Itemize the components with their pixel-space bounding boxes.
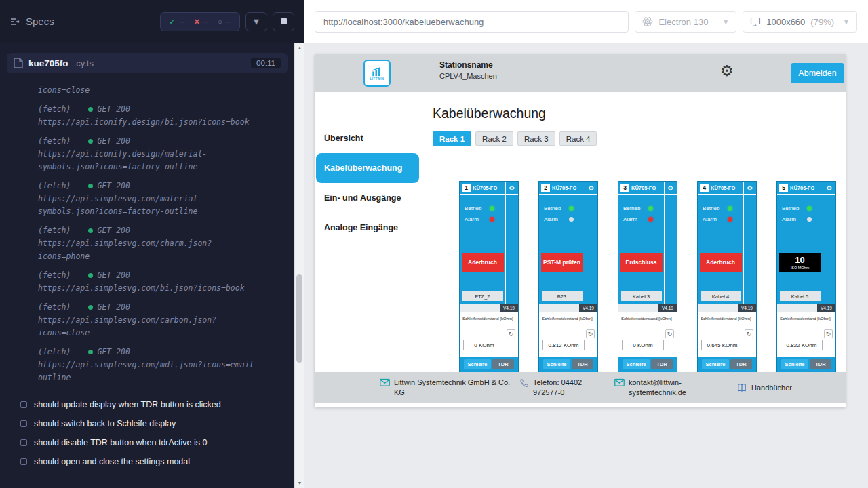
sidebar-item-uebersicht[interactable]: Übersicht xyxy=(315,123,420,153)
footer-company: Littwin Systemtechnik GmbH & Co. KG xyxy=(380,378,512,398)
test-list: should update display when TDR button is… xyxy=(0,395,304,471)
card-model: KÜ705-FO xyxy=(631,185,656,191)
device-card-5: 5KÜ706-FO Betrieb Alarm 10 ISO MOhm Kabe… xyxy=(776,181,836,384)
scrollbar-thumb[interactable] xyxy=(296,274,302,363)
reporter-scrollbar[interactable]: ▲ ▼ xyxy=(294,43,304,488)
tab-rack-4[interactable]: Rack 4 xyxy=(559,131,597,146)
test-row[interactable]: should disable TDR button when tdrActive… xyxy=(0,433,304,452)
betrieb-led xyxy=(648,206,653,211)
scroll-down-icon[interactable]: ▼ xyxy=(295,479,304,488)
viewport-select[interactable]: 1000x660 (79%) ▼ xyxy=(743,11,857,33)
measurement-value: 0 KOhm xyxy=(463,340,505,350)
card-gear-icon[interactable]: ⚙ xyxy=(585,182,597,195)
iso-value: 10 xyxy=(795,256,804,264)
spec-file-icon xyxy=(14,58,23,68)
version-badge: V4.19 xyxy=(579,304,597,312)
collapse-button[interactable]: ▾ xyxy=(245,12,267,31)
version-badge: V4.19 xyxy=(658,304,677,312)
schleife-button[interactable]: Schleife xyxy=(464,359,491,369)
test-row[interactable]: should switch back to Schleife display xyxy=(0,414,304,433)
schleife-button[interactable]: Schleife xyxy=(623,359,650,369)
url-input[interactable] xyxy=(315,11,629,33)
spec-file-row[interactable]: kue705fo .cy.ts 00:11 xyxy=(7,53,288,73)
tdr-button[interactable]: TDR xyxy=(492,359,514,369)
littwin-logo-icon xyxy=(370,66,384,77)
station-info: Stationsname CPLV4_Maschen xyxy=(439,60,497,80)
settings-gear-icon[interactable]: ⚙ xyxy=(720,64,734,79)
app-footer: Littwin Systemtechnik GmbH & Co. KG Tele… xyxy=(315,372,846,403)
card-gear-icon[interactable]: ⚙ xyxy=(665,182,677,195)
schleife-button[interactable]: Schleife xyxy=(702,359,729,369)
card-model: KÜ706-FO xyxy=(790,185,814,191)
specs-button[interactable]: Specs xyxy=(9,16,54,27)
alarm-led xyxy=(807,217,812,222)
card-model: KÜ705-FO xyxy=(473,185,497,191)
version-badge: V4.19 xyxy=(500,304,518,312)
app-viewport: LITTWIN Stationsname CPLV4_Maschen ⚙ Abm… xyxy=(315,54,846,407)
test-stats: ✓-- ×-- ○-- xyxy=(160,12,240,31)
measurement-label: Schleifenwiderstand [kOhm] xyxy=(542,317,595,321)
refresh-icon[interactable]: ↻ xyxy=(665,329,674,338)
browser-name: Electron 130 xyxy=(658,17,708,27)
spec-name: kue705fo xyxy=(28,58,68,68)
device-card-4: 4KÜ705-FO Betrieb Alarm Aderbruch Kabel … xyxy=(697,181,757,384)
card-gear-icon[interactable]: ⚙ xyxy=(506,182,518,195)
phone-icon xyxy=(519,378,529,388)
status-display: Aderbruch xyxy=(462,253,504,272)
sidebar-item-kabelueberwachung[interactable]: Kabelüberwachung xyxy=(316,153,419,183)
cable-name-field[interactable]: B23 xyxy=(542,291,583,301)
card-gear-icon[interactable]: ⚙ xyxy=(744,182,756,195)
test-row[interactable]: should update display when TDR button is… xyxy=(0,395,304,414)
stat-passed: ✓-- xyxy=(169,17,184,26)
card-model: KÜ705-FO xyxy=(552,185,576,191)
app-main: Kabelüberwachung Rack 1 Rack 2 Rack 3 Ra… xyxy=(420,92,846,407)
schleife-button[interactable]: Schleife xyxy=(781,359,808,369)
refresh-icon[interactable]: ↻ xyxy=(586,329,595,338)
station-value: CPLV4_Maschen xyxy=(439,72,497,80)
cable-name-field[interactable]: Kabel 4 xyxy=(701,291,741,301)
stop-icon xyxy=(281,18,287,24)
tdr-button[interactable]: TDR xyxy=(651,359,673,369)
refresh-icon[interactable]: ↻ xyxy=(745,329,753,338)
test-box-icon xyxy=(20,420,27,427)
card-number: 5 xyxy=(779,184,788,192)
book-icon xyxy=(736,384,747,392)
email-icon xyxy=(614,378,625,386)
refresh-icon[interactable]: ↻ xyxy=(507,329,515,338)
alarm-led xyxy=(569,217,574,222)
schleife-button[interactable]: Schleife xyxy=(543,359,570,369)
refresh-icon[interactable]: ↻ xyxy=(824,329,833,338)
log-entry: (fetch)GET 200 https://api.simplesvg.com… xyxy=(38,301,283,340)
tdr-button[interactable]: TDR xyxy=(810,359,831,369)
cable-name-field[interactable]: Kabel 5 xyxy=(780,291,821,301)
test-row[interactable]: should open and close the settings modal xyxy=(0,452,304,471)
scroll-up-icon[interactable]: ▲ xyxy=(295,43,304,53)
cable-name-field[interactable]: FTZ_2 xyxy=(462,291,503,301)
status-dot-icon xyxy=(88,228,93,233)
measurement-value: 0.645 KOhm xyxy=(701,340,743,350)
measurement-label: Schleifenwiderstand [kOhm] xyxy=(701,317,753,321)
tdr-button[interactable]: TDR xyxy=(730,359,752,369)
card-gear-icon[interactable]: ⚙ xyxy=(823,182,835,195)
browser-select[interactable]: Electron 130 ▼ xyxy=(635,11,736,33)
stop-button[interactable] xyxy=(273,12,294,31)
iso-unit: ISO MOhm xyxy=(791,266,810,270)
logout-button[interactable]: Abmelden xyxy=(791,63,844,83)
cable-name-field[interactable]: Kabel 3 xyxy=(621,291,662,301)
footer-phone[interactable]: Telefon: 04402 972577-0 xyxy=(519,378,611,398)
spec-extension: .cy.ts xyxy=(74,58,94,68)
specs-menu-icon xyxy=(9,16,20,27)
rack-tabs: Rack 1 Rack 2 Rack 3 Rack 4 xyxy=(433,131,597,146)
tab-rack-2[interactable]: Rack 2 xyxy=(475,131,513,146)
log-entry: (fetch)GET 200 https://api.simplesvg.com… xyxy=(38,269,283,295)
sidebar-item-ein-und-ausgaenge[interactable]: Ein- und Ausgänge xyxy=(315,183,420,213)
tab-rack-3[interactable]: Rack 3 xyxy=(517,131,555,146)
measurement-value: 0.812 KOhm xyxy=(542,340,585,350)
sidebar-item-analoge-eingaenge[interactable]: Analoge Eingänge xyxy=(315,213,420,243)
status-display: Aderbruch xyxy=(700,253,742,272)
footer-manuals[interactable]: Handbücher xyxy=(736,383,831,393)
footer-email[interactable]: kontakt@littwin-systemtechnik.de xyxy=(614,378,699,398)
tab-rack-1[interactable]: Rack 1 xyxy=(433,131,471,146)
status-dot-icon xyxy=(88,305,93,310)
tdr-button[interactable]: TDR xyxy=(572,359,593,369)
